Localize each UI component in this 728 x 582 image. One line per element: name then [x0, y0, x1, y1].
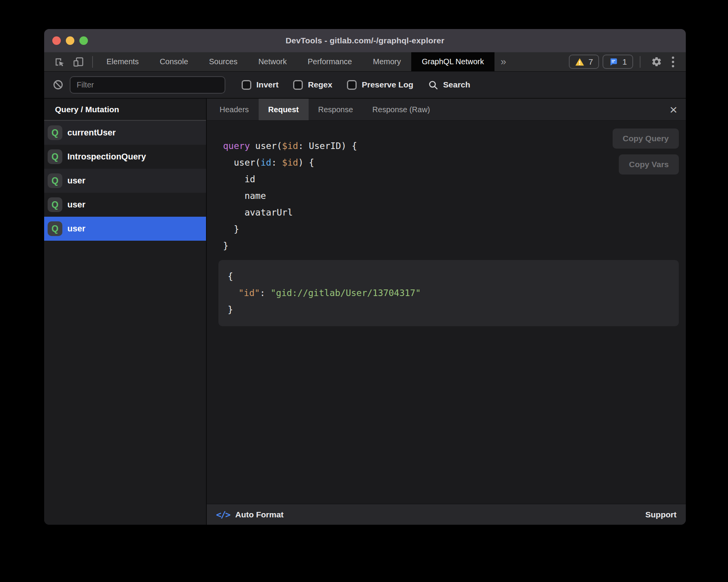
checkbox-label: Preserve Log	[362, 80, 413, 89]
close-window-button[interactable]	[52, 36, 61, 45]
query-list-item-currentuser-0[interactable]: QcurrentUser	[44, 121, 206, 145]
device-toolbar-icon[interactable]	[73, 56, 84, 68]
sidebar-header: Query / Mutation	[44, 99, 206, 121]
settings-button[interactable]	[647, 56, 666, 67]
query-code-line: avatarUrl	[223, 204, 686, 221]
checkbox-box[interactable]	[347, 80, 357, 90]
checkbox-label: Invert	[256, 80, 278, 89]
close-icon: ×	[670, 102, 677, 117]
query-list-sidebar: Query / Mutation QcurrentUserQIntrospect…	[44, 99, 207, 525]
detail-tab-response-raw[interactable]: Response (Raw)	[363, 99, 440, 120]
copy-query-button[interactable]: Copy Query	[613, 128, 679, 149]
query-name-label: user	[67, 176, 85, 186]
devtools-window: DevTools - gitlab.com/-/graphql-explorer…	[44, 29, 686, 525]
query-list-item-user-3[interactable]: Quser	[44, 193, 206, 217]
query-type-badge: Q	[48, 125, 62, 140]
query-name-label: user	[67, 224, 85, 234]
clear-requests-button[interactable]	[53, 79, 64, 90]
traffic-lights	[52, 29, 88, 52]
titlebar: DevTools - gitlab.com/-/graphql-explorer	[44, 29, 686, 52]
chevron-double-right-icon: »	[501, 56, 506, 68]
warning-icon	[575, 57, 584, 67]
query-code-line: id	[223, 171, 686, 188]
variables-code-line: "id": "gid://gitlab/User/13704317"	[228, 285, 670, 301]
graphql-variables-box: { "id": "gid://gitlab/User/13704317"}	[218, 260, 679, 326]
tab-console[interactable]: Console	[149, 52, 198, 71]
checkbox-box[interactable]	[293, 80, 303, 90]
query-name-label: currentUser	[67, 128, 116, 138]
detail-tab-headers[interactable]: Headers	[210, 99, 259, 120]
tabstrip-right-controls: 7 1	[569, 52, 686, 71]
panel-content: Query / Mutation QcurrentUserQIntrospect…	[44, 99, 686, 525]
more-tabs-button[interactable]: »	[494, 52, 512, 71]
support-link[interactable]: Support	[646, 510, 676, 519]
query-list-item-user-4[interactable]: Quser	[44, 217, 206, 241]
query-list: QcurrentUserQIntrospectionQueryQuserQuse…	[44, 121, 206, 241]
query-type-badge: Q	[48, 221, 62, 236]
gear-icon	[651, 56, 662, 67]
query-list-item-user-2[interactable]: Quser	[44, 169, 206, 193]
variables-code-line: }	[228, 301, 670, 318]
controls-separator	[640, 56, 640, 68]
tabstrip-separator	[92, 56, 93, 68]
detail-tab-response[interactable]: Response	[309, 99, 363, 120]
query-type-badge: Q	[48, 149, 62, 164]
query-type-badge: Q	[48, 197, 62, 212]
checkbox-regex[interactable]: Regex	[293, 80, 332, 90]
message-bubble-icon	[609, 57, 618, 67]
sidebar-header-label: Query / Mutation	[55, 105, 119, 114]
inspect-element-icon[interactable]	[53, 56, 65, 68]
tab-elements[interactable]: Elements	[96, 52, 149, 71]
checkbox-box[interactable]	[242, 80, 251, 90]
search-label: Search	[443, 80, 470, 89]
warning-count: 7	[589, 57, 593, 67]
detail-tabs: HeadersRequestResponseResponse (Raw) ×	[207, 99, 686, 121]
tab-sources[interactable]: Sources	[199, 52, 248, 71]
request-detail-panel: HeadersRequestResponseResponse (Raw) × q…	[207, 99, 686, 525]
vertical-dots-icon	[672, 56, 674, 59]
request-tab-body: query user($id: UserID) { user(id: $id) …	[207, 121, 686, 504]
query-code-line: }	[223, 238, 686, 254]
filter-checkboxes: InvertRegexPreserve Log	[242, 80, 428, 90]
customize-devtools-button[interactable]	[670, 56, 676, 67]
block-icon	[53, 79, 64, 90]
checkbox-label: Regex	[308, 80, 332, 89]
close-detail-button[interactable]: ×	[670, 103, 677, 116]
query-type-badge: Q	[48, 173, 62, 188]
variables-code-line: {	[228, 268, 670, 285]
query-name-label: IntrospectionQuery	[67, 152, 146, 162]
issues-badge[interactable]: 1	[603, 55, 633, 69]
search-icon	[428, 80, 438, 90]
query-list-item-introspectionquery-1[interactable]: QIntrospectionQuery	[44, 145, 206, 169]
detail-footer: </> Auto Format Support	[207, 504, 686, 525]
auto-format-button[interactable]: Auto Format	[235, 510, 284, 519]
query-code-line: user(id: $id) {	[223, 154, 686, 171]
filter-input[interactable]	[70, 76, 225, 94]
zoom-window-button[interactable]	[79, 36, 88, 45]
tab-performance[interactable]: Performance	[297, 52, 363, 71]
search-button[interactable]: Search	[428, 80, 470, 90]
main-tabs: ElementsConsoleSourcesNetworkPerformance…	[96, 52, 494, 71]
checkbox-invert[interactable]: Invert	[242, 80, 278, 90]
issues-count: 1	[622, 57, 627, 67]
devtools-tabstrip: ElementsConsoleSourcesNetworkPerformance…	[44, 52, 686, 72]
query-name-label: user	[67, 200, 85, 210]
window-title: DevTools - gitlab.com/-/graphql-explorer	[285, 36, 444, 45]
warnings-badge[interactable]: 7	[569, 55, 599, 69]
code-format-icon: </>	[216, 510, 230, 520]
query-code-line: name	[223, 188, 686, 204]
tab-network[interactable]: Network	[248, 52, 297, 71]
detail-tabs-items: HeadersRequestResponseResponse (Raw)	[210, 99, 440, 120]
copy-vars-button[interactable]: Copy Vars	[619, 154, 679, 175]
filter-toolbar: InvertRegexPreserve Log Search	[44, 72, 686, 99]
tabstrip-left-icons	[44, 52, 89, 71]
detail-tab-request[interactable]: Request	[259, 99, 309, 120]
tab-memory[interactable]: Memory	[362, 52, 411, 71]
minimize-window-button[interactable]	[66, 36, 74, 45]
query-code-line: }	[223, 221, 686, 238]
tab-graphql-network[interactable]: GraphQL Network	[411, 52, 494, 71]
checkbox-preserve-log[interactable]: Preserve Log	[347, 80, 413, 90]
